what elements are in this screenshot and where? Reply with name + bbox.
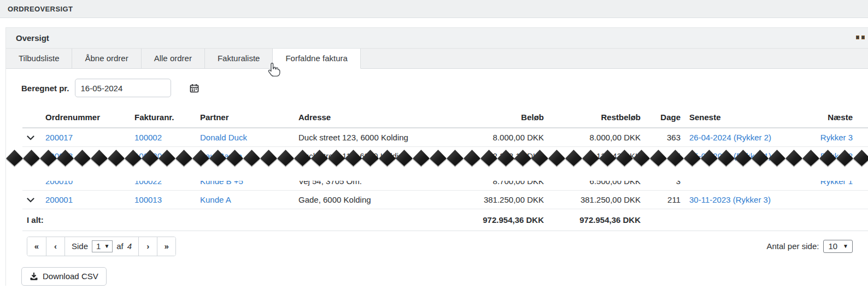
next-reminder-link[interactable]: Rykker 3 [820, 133, 853, 142]
filter-label: Beregnet pr. [21, 84, 69, 93]
latest-reminder-link[interactable]: 30-11-2023 (Rykker 3) [689, 195, 771, 204]
first-page-button[interactable]: « [27, 237, 46, 256]
invoice-link[interactable]: 100013 [134, 195, 162, 204]
calendar-icon[interactable] [190, 84, 199, 93]
date-input[interactable] [81, 84, 190, 93]
table-row: 200017 100002 Donald Duck Duck street 12… [22, 128, 868, 147]
next-reminder-link[interactable]: Rykker 1 [785, 181, 853, 187]
total-rest-amount: 972.954,36 DKK [548, 209, 645, 231]
latest-reminder-link[interactable]: 15-02-2024 (Rykker 1) [689, 151, 771, 161]
amount-cell: 2.202,12 DKK [474, 147, 548, 166]
top-bar: ORDREOVERSIGT [0, 0, 868, 18]
col-adresse: Adresse [294, 106, 474, 128]
days-cell: 95 [645, 147, 685, 166]
order-link[interactable]: 200017 [45, 133, 73, 142]
tab-tilbudsliste[interactable]: Tilbudsliste [6, 49, 72, 68]
total-pages: 4 [127, 241, 132, 251]
download-csv-button[interactable]: Download CSV [21, 267, 107, 286]
latest-reminder-link[interactable]: 26-04-2024 (Rykker 2) [689, 133, 771, 142]
chevron-down-icon: ▼ [843, 243, 848, 249]
prev-page-button[interactable]: ‹ [46, 237, 64, 256]
of-label: af [116, 241, 124, 251]
order-link[interactable]: 200008 [45, 151, 73, 161]
amount-cell: 8.700,00 DKK [479, 181, 544, 187]
date-input-wrapper [75, 79, 171, 97]
per-page-value: 10 [828, 241, 837, 251]
next-page-button[interactable]: › [138, 237, 157, 256]
days-cell: 211 [645, 190, 685, 209]
tab-alle-ordrer[interactable]: Alle ordrer [142, 49, 205, 68]
col-restbelob: Restbeløb [548, 106, 645, 128]
table-row: 200001 100013 Kunde A Gade, 6000 Kolding… [22, 190, 868, 209]
col-expand [22, 106, 41, 128]
panel-menu-icon[interactable] [856, 36, 865, 39]
invoice-link[interactable]: 100022 [134, 181, 191, 187]
download-row: Download CSV [21, 267, 868, 286]
tab-bar: Tilbudsliste Åbne ordrer Alle ordrer Fak… [6, 49, 868, 69]
download-csv-label: Download CSV [43, 272, 98, 281]
page-title: ORDREOVERSIGT [8, 5, 73, 13]
chevron-down-icon[interactable] [27, 135, 34, 140]
col-ordrenummer: Ordrenummer [41, 106, 130, 128]
per-page-select[interactable]: 10 ▼ [823, 240, 853, 253]
next-reminder-cell [781, 190, 868, 209]
col-fakturanr: Fakturanr. [130, 106, 196, 128]
chevron-down-icon: ▼ [104, 243, 109, 249]
page-indicator: Side 1 ▼ af 4 [64, 237, 138, 256]
amount-cell: 8.000,00 DKK [474, 128, 548, 147]
invoice-link[interactable]: 100020 [134, 151, 162, 161]
overview-card: Oversigt Tilbudsliste Åbne ordrer Alle o… [5, 27, 868, 286]
table-row-clipped: 200010 100022 Kunde B +5 Vej 54, 3705 Om… [22, 165, 868, 190]
address-cell: Duck street 114, 6000 Kolding [294, 147, 474, 166]
tab-forfaldne-faktura[interactable]: Forfaldne faktura [273, 49, 360, 69]
pager-group: « ‹ Side 1 ▼ af 4 › » [27, 237, 176, 256]
partner-link[interactable]: Kunde A [200, 195, 231, 204]
filter-row: Beregnet pr. [21, 79, 868, 97]
invoice-link[interactable]: 100002 [134, 133, 162, 142]
amount-cell: 381.250,00 DKK [474, 190, 548, 209]
partner-link[interactable]: Kunde B +5 [200, 181, 290, 187]
order-link[interactable]: 200010 [45, 181, 126, 187]
current-page-value: 1 [96, 241, 101, 251]
days-cell: 3 [649, 181, 681, 187]
tab-aabne-ordrer[interactable]: Åbne ordrer [72, 49, 141, 68]
partner-link[interactable]: Donald Duck [200, 133, 247, 142]
card-header: Oversigt [6, 28, 868, 49]
rest-amount-cell: 6.500,00 DKK [553, 181, 641, 187]
total-amount: 972.954,36 DKK [474, 209, 548, 231]
address-cell: Gade, 6000 Kolding [294, 190, 474, 209]
col-dage: Dage [645, 106, 685, 128]
per-page-label: Antal per side: [767, 241, 819, 251]
rest-amount-cell: 3.133,43 DKK [548, 147, 645, 166]
address-cell: Vej 54, 3705 Om. [298, 181, 470, 187]
col-partner: Partner [196, 106, 294, 128]
tab-fakturaliste[interactable]: Fakturaliste [205, 49, 273, 68]
card-title: Oversigt [16, 33, 49, 43]
per-page-control: Antal per side: 10 ▼ [767, 240, 853, 253]
partner-link[interactable]: Paul Banke [200, 151, 242, 161]
pagination-row: « ‹ Side 1 ▼ af 4 › » Antal per side: 10… [6, 237, 868, 256]
col-belob: Beløb [474, 106, 548, 128]
chevron-down-icon[interactable] [27, 198, 34, 203]
rest-amount-cell: 381.250,00 DKK [548, 190, 645, 209]
total-row: I alt: 972.954,36 DKK 972.954,36 DKK [22, 209, 868, 231]
download-icon [30, 272, 38, 281]
col-naeste: Næste [781, 106, 868, 128]
order-link[interactable]: 200001 [45, 195, 73, 204]
rest-amount-cell: 8.000,00 DKK [548, 128, 645, 147]
table-header-row: Ordrenummer Fakturanr. Partner Adresse B… [22, 106, 868, 128]
last-page-button[interactable]: » [157, 237, 175, 256]
table-row-obscured: 200008 100020 Paul Banke Duck street 114… [22, 147, 868, 166]
col-seneste: Seneste [685, 106, 781, 128]
page-select[interactable]: 1 ▼ [92, 240, 113, 252]
total-label: I alt: [22, 209, 474, 231]
invoice-table: Ordrenummer Fakturanr. Partner Adresse B… [22, 106, 868, 231]
days-cell: 363 [645, 128, 685, 147]
invoice-table-wrap: Ordrenummer Fakturanr. Partner Adresse B… [22, 106, 868, 231]
page-label: Side [72, 241, 88, 251]
next-reminder-link[interactable]: Rykker 2 [820, 151, 853, 161]
address-cell: Duck street 123, 6000 Kolding [294, 128, 474, 147]
